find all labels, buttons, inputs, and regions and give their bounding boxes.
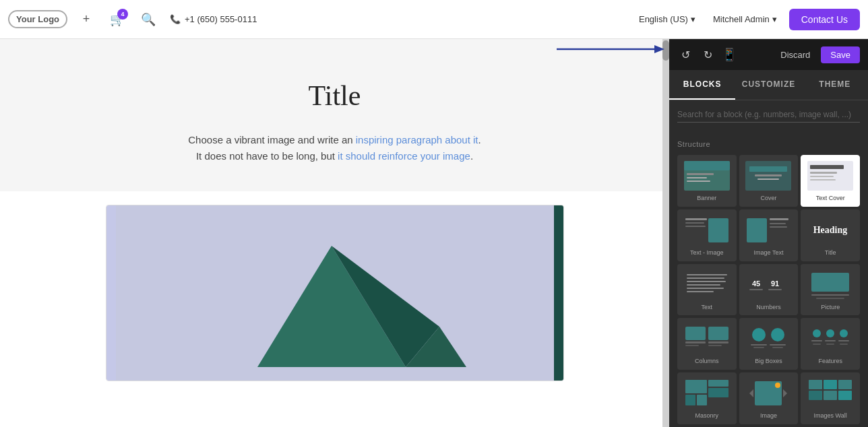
page-subtitle: Choose a vibrant image and write an insp…	[166, 132, 503, 164]
svg-rect-29	[770, 226, 787, 228]
block-text[interactable]: Text	[677, 264, 737, 316]
svg-rect-77	[697, 395, 707, 405]
redo-button[interactable]: ↻	[700, 46, 716, 64]
search-button[interactable]: 🔍	[136, 7, 160, 32]
tab-theme[interactable]: THEME	[802, 70, 868, 100]
block-text-image[interactable]: Text - Image	[677, 209, 737, 261]
block-columns-label: Columns	[695, 358, 719, 365]
svg-point-65	[840, 329, 848, 337]
tab-blocks[interactable]: BLOCKS	[669, 70, 735, 100]
block-image[interactable]: Image	[739, 372, 799, 424]
undo-button[interactable]: ↺	[677, 46, 694, 64]
page-image-section	[0, 191, 669, 395]
svg-rect-22	[685, 222, 704, 224]
svg-rect-54	[708, 345, 722, 346]
block-banner[interactable]: Banner	[677, 155, 737, 207]
block-title-thumb: Heading	[806, 214, 855, 247]
block-text-image-thumb	[683, 214, 731, 247]
svg-rect-88	[824, 391, 837, 400]
block-picture-label: Picture	[821, 304, 840, 311]
main-area: Title Choose a vibrant image and write a…	[0, 39, 868, 427]
block-columns[interactable]: Columns	[677, 318, 737, 370]
page-image-wrap	[106, 205, 564, 381]
svg-rect-27	[770, 218, 788, 220]
add-button[interactable]: +	[74, 7, 98, 32]
contact-button[interactable]: Contact Us	[789, 9, 860, 30]
panel-top-bar: ↺ ↻ 📱 Discard Save	[669, 39, 868, 70]
page-content: Title Choose a vibrant image and write a…	[0, 39, 669, 427]
page-inner: Title Choose a vibrant image and write a…	[0, 39, 669, 427]
block-features[interactable]: Features	[801, 318, 860, 370]
block-masonry-thumb	[683, 377, 731, 409]
page-image-svg	[116, 205, 554, 381]
language-chevron-icon: ▾	[691, 14, 695, 24]
svg-rect-55	[745, 324, 791, 354]
block-features-label: Features	[818, 358, 842, 365]
blocks-panel: Structure Banner	[669, 129, 868, 427]
svg-rect-35	[687, 281, 726, 282]
svg-rect-28	[770, 223, 786, 224]
block-banner-thumb	[683, 160, 731, 192]
svg-rect-60	[753, 347, 764, 348]
navbar: Your Logo + 🛒 4 🔍 📞 +1 (650) 555-0111 En…	[0, 0, 868, 39]
admin-selector[interactable]: Mitchell Admin ▾	[708, 11, 782, 27]
block-title-label: Title	[825, 249, 836, 257]
block-images-wall-thumb	[806, 377, 855, 409]
panel-top-actions: Discard Save	[775, 46, 860, 63]
tab-customize[interactable]: CUSTOMIZE	[735, 70, 801, 100]
svg-point-57	[771, 328, 784, 341]
logo[interactable]: Your Logo	[8, 10, 67, 28]
svg-rect-85	[824, 380, 837, 389]
block-text-cover[interactable]: Text Cover	[801, 155, 860, 207]
svg-rect-73	[685, 380, 707, 393]
save-button[interactable]: Save	[821, 46, 860, 63]
svg-rect-18	[810, 176, 834, 177]
block-cover[interactable]: Cover	[739, 155, 799, 207]
svg-rect-13	[755, 174, 782, 176]
block-big-boxes[interactable]: Big Boxes	[739, 318, 799, 370]
discard-button[interactable]: Discard	[775, 47, 815, 63]
language-selector[interactable]: English (US) ▾	[633, 11, 701, 27]
svg-rect-69	[813, 343, 821, 345]
subtitle-highlight-1: inspiring paragraph about it	[356, 134, 478, 145]
block-title[interactable]: Heading Title	[801, 209, 860, 261]
svg-rect-17	[810, 172, 837, 174]
admin-chevron-icon: ▾	[772, 14, 777, 24]
block-images-wall-label: Images Wall	[814, 412, 847, 420]
svg-rect-52	[708, 341, 728, 343]
cart-badge: 4	[117, 9, 128, 20]
svg-rect-68	[838, 340, 849, 341]
svg-rect-58	[751, 344, 767, 346]
svg-rect-74	[708, 380, 728, 387]
svg-rect-86	[838, 380, 852, 389]
page-title: Title	[27, 79, 642, 112]
block-text-image-label: Text - Image	[690, 249, 724, 257]
svg-rect-53	[685, 345, 699, 346]
svg-rect-45	[811, 273, 849, 292]
panel-top-icons: ↺ ↻ 📱	[677, 46, 737, 64]
svg-rect-21	[685, 218, 707, 220]
right-panel: ↺ ↻ 📱 Discard Save BLOCKS CUSTOMIZE THEM…	[669, 39, 868, 427]
cart-button[interactable]: 🛒 4	[105, 7, 129, 32]
svg-rect-84	[809, 380, 822, 389]
image-placeholder	[106, 205, 563, 381]
svg-rect-61	[772, 347, 783, 348]
svg-rect-14	[757, 178, 779, 180]
block-numbers[interactable]: 45 91 Numbers	[739, 264, 799, 316]
block-banner-label: Banner	[697, 195, 716, 202]
block-features-thumb	[806, 323, 855, 355]
block-masonry[interactable]: Masonry	[677, 372, 737, 424]
block-numbers-label: Numbers	[756, 304, 781, 311]
svg-rect-71	[840, 343, 848, 345]
block-cover-label: Cover	[760, 195, 776, 202]
structure-label: Structure	[677, 140, 860, 148]
block-big-boxes-thumb	[744, 323, 793, 355]
block-image-text[interactable]: Image Text	[739, 209, 799, 261]
block-image-thumb	[744, 377, 793, 409]
block-picture[interactable]: Picture	[801, 264, 860, 316]
svg-rect-66	[811, 340, 822, 341]
block-search-input[interactable]	[677, 107, 860, 123]
block-images-wall[interactable]: Images Wall	[801, 372, 860, 424]
admin-label: Mitchell Admin	[713, 14, 770, 24]
svg-rect-89	[838, 391, 852, 400]
